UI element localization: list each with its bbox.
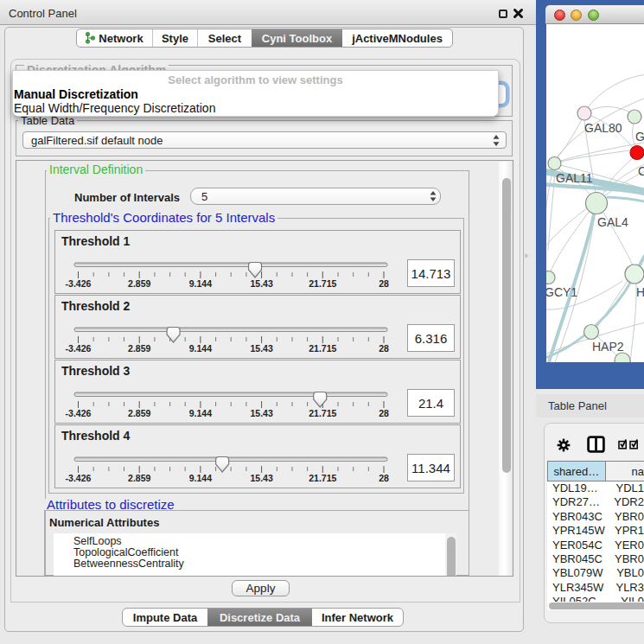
svg-text:GAL4: GAL4 — [597, 215, 628, 229]
svg-text:21.715: 21.715 — [309, 473, 336, 483]
svg-text:28: 28 — [379, 408, 389, 418]
svg-text:15.43: 15.43 — [250, 343, 272, 354]
svg-text:-3.426: -3.426 — [66, 473, 92, 483]
svg-text:H: H — [636, 285, 644, 299]
svg-text:-3.426: -3.426 — [66, 408, 92, 418]
svg-text:21.715: 21.715 — [309, 408, 336, 418]
svg-text:21.715: 21.715 — [309, 278, 336, 289]
svg-text:9.144: 9.144 — [189, 278, 212, 289]
svg-text:-3.426: -3.426 — [66, 278, 92, 289]
svg-text:21.715: 21.715 — [309, 343, 336, 354]
svg-text:9.144: 9.144 — [189, 473, 212, 483]
svg-text:9.144: 9.144 — [189, 408, 212, 418]
svg-text:C: C — [638, 164, 644, 178]
svg-text:-3.426: -3.426 — [66, 343, 92, 354]
svg-text:HAP2: HAP2 — [592, 340, 624, 354]
svg-text:9.144: 9.144 — [189, 343, 212, 354]
svg-text:15.43: 15.43 — [250, 473, 272, 483]
svg-text:28: 28 — [379, 343, 389, 354]
svg-text:GCY1: GCY1 — [546, 285, 577, 299]
svg-text:15.43: 15.43 — [250, 408, 272, 418]
svg-text:GAL80: GAL80 — [584, 121, 622, 135]
svg-text:GAL11: GAL11 — [556, 171, 593, 185]
svg-text:15.43: 15.43 — [250, 278, 272, 289]
svg-text:GA: GA — [635, 130, 644, 143]
svg-text:2.859: 2.859 — [128, 473, 150, 483]
svg-text:2.859: 2.859 — [128, 343, 150, 354]
svg-text:28: 28 — [379, 473, 389, 483]
svg-text:28: 28 — [379, 278, 389, 289]
svg-text:2.859: 2.859 — [128, 278, 150, 289]
svg-text:2.859: 2.859 — [128, 408, 150, 418]
